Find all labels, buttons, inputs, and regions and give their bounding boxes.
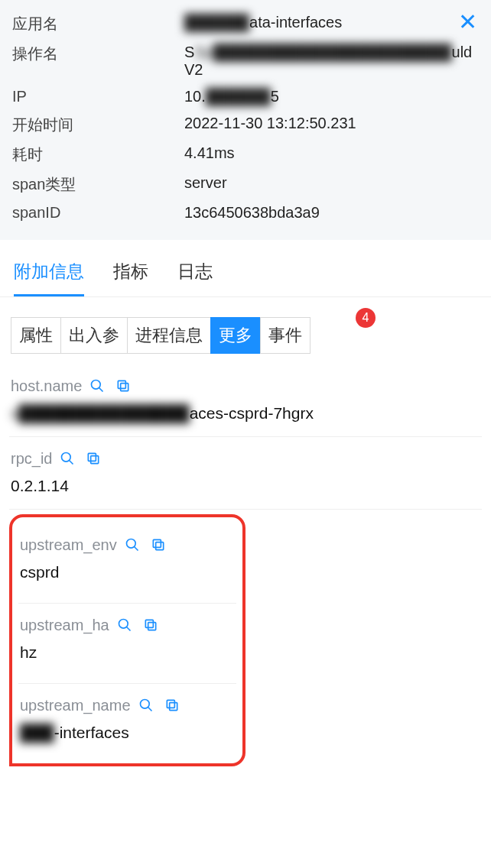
search-icon	[138, 698, 154, 713]
svg-rect-11	[153, 539, 161, 547]
attr-key: host.name	[11, 377, 82, 395]
attr-value: 0.2.1.14	[11, 477, 480, 501]
header-row-spantype: span类型 server	[12, 170, 479, 199]
header-label: 操作名	[12, 44, 184, 64]
svg-line-5	[70, 461, 73, 465]
attr-value: hz	[20, 643, 235, 668]
svg-rect-18	[169, 703, 177, 711]
copy-button[interactable]	[83, 448, 104, 469]
copy-icon	[151, 537, 166, 552]
copy-button[interactable]	[161, 695, 183, 716]
search-button[interactable]	[86, 375, 108, 397]
header-value: 13c6450638bda3a9	[184, 204, 479, 222]
value-text: 5	[271, 88, 279, 105]
attr-value: csprd	[20, 563, 235, 588]
svg-line-17	[148, 708, 151, 711]
attr-item-hostname: host.name s███████████████aces-csprd-7hg…	[9, 364, 482, 437]
tab-logs[interactable]: 日志	[177, 260, 213, 296]
header-value: SSp██████████████████████uldV2	[184, 44, 479, 79]
header-row-ip: IP 10.██████5	[12, 83, 479, 110]
svg-point-0	[92, 381, 101, 390]
attr-item-upstream-ha: upstream_ha hz	[18, 604, 236, 684]
svg-line-13	[126, 627, 130, 631]
attr-key-row: upstream_ha	[20, 614, 235, 636]
search-icon	[60, 451, 75, 466]
tab-metrics[interactable]: 指标	[113, 260, 148, 296]
search-icon	[89, 378, 105, 394]
attr-key-row: upstream_name	[20, 695, 235, 716]
svg-rect-14	[148, 623, 155, 630]
value-text: aces-csprd-7hgrx	[190, 404, 314, 422]
events-badge: 4	[356, 308, 376, 328]
attr-key: rpc_id	[11, 450, 52, 468]
header-value: ██████ata-interfaces	[184, 14, 479, 31]
seg-params[interactable]: 出入参	[60, 317, 128, 354]
header-label: span类型	[12, 174, 184, 195]
attr-value: s███████████████aces-csprd-7hgrx	[11, 404, 480, 429]
attr-item-upstream-name: upstream_name ███-interfaces	[18, 684, 236, 763]
copy-icon	[115, 378, 131, 394]
header-label: 应用名	[12, 14, 184, 34]
svg-point-4	[62, 453, 71, 462]
svg-point-12	[119, 620, 128, 629]
search-button[interactable]	[135, 695, 157, 716]
close-button[interactable]: ✕	[458, 11, 477, 34]
redacted-text: s███████████████	[11, 404, 190, 423]
search-icon	[117, 617, 132, 633]
attr-item-rpcid: rpc_id 0.2.1.14	[9, 437, 482, 510]
header-value: 10.██████5	[184, 88, 479, 105]
copy-icon	[164, 698, 180, 713]
tab-extra-info[interactable]: 附加信息	[14, 260, 84, 296]
attribute-list: host.name s███████████████aces-csprd-7hg…	[0, 364, 491, 766]
redacted-text: Sp██████████████████████	[194, 44, 451, 61]
value-text: 10.	[184, 88, 206, 105]
svg-line-9	[134, 547, 138, 551]
search-button[interactable]	[122, 534, 143, 555]
svg-point-8	[126, 539, 135, 549]
header-row-spanid: spanID 13c6450638bda3a9	[12, 199, 479, 226]
segment-tabs: 属性 出入参 进程信息 更多 事件 4	[0, 297, 491, 364]
header-value: 2022-11-30 13:12:50.231	[184, 115, 479, 132]
svg-rect-15	[145, 620, 153, 627]
attr-key-row: rpc_id	[11, 448, 480, 469]
highlight-box: upstream_env csprd upstream_ha h	[9, 514, 246, 766]
header-row-op: 操作名 SSp██████████████████████uldV2	[12, 39, 479, 83]
svg-rect-2	[121, 384, 128, 391]
header-row-app: 应用名 ██████ata-interfaces	[12, 9, 479, 39]
seg-events[interactable]: 事件	[260, 317, 311, 354]
header-value: 4.41ms	[184, 144, 479, 162]
svg-rect-6	[91, 456, 99, 464]
header-row-duration: 耗时 4.41ms	[12, 140, 479, 170]
primary-tabs: 附加信息 指标 日志	[0, 240, 491, 297]
header-value: server	[184, 174, 479, 192]
attr-key-row: upstream_env	[20, 534, 235, 555]
copy-button[interactable]	[112, 375, 134, 397]
close-icon: ✕	[458, 9, 477, 34]
svg-rect-3	[119, 381, 126, 388]
search-button[interactable]	[57, 448, 78, 469]
copy-button[interactable]	[148, 534, 169, 555]
attr-key: upstream_ha	[20, 617, 109, 634]
header-row-starttime: 开始时间 2022-11-30 13:12:50.231	[12, 110, 479, 140]
seg-process[interactable]: 进程信息	[127, 317, 211, 354]
redacted-text: ██████	[206, 88, 271, 105]
value-text: ata-interfaces	[249, 14, 342, 31]
search-button[interactable]	[114, 614, 135, 636]
header-label: IP	[12, 88, 184, 105]
attr-key-row: host.name	[11, 375, 480, 397]
seg-more[interactable]: 更多	[210, 317, 261, 354]
attr-item-upstream-env: upstream_env csprd	[18, 523, 236, 604]
redacted-text: ███	[20, 724, 54, 742]
value-text: S	[184, 44, 194, 60]
value-text: -interfaces	[54, 724, 129, 741]
header-label: 耗时	[12, 144, 184, 165]
copy-icon	[86, 451, 101, 466]
svg-line-1	[99, 388, 103, 392]
attr-value: ███-interfaces	[20, 724, 235, 748]
detail-header: ✕ 应用名 ██████ata-interfaces 操作名 SSp██████…	[0, 0, 491, 240]
svg-point-16	[140, 700, 149, 709]
seg-attributes[interactable]: 属性	[11, 317, 61, 354]
header-label: spanID	[12, 204, 184, 222]
copy-button[interactable]	[140, 614, 161, 636]
attr-key: upstream_name	[20, 697, 131, 714]
